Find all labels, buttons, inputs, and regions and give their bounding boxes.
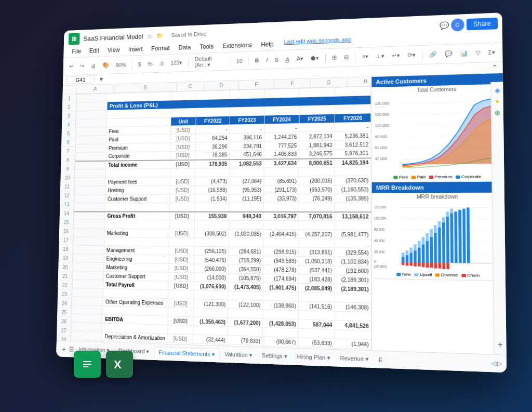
label-marketing[interactable]: Marketing bbox=[104, 228, 169, 237]
cell[interactable] bbox=[72, 313, 103, 323]
currency-button[interactable]: $ bbox=[136, 60, 143, 68]
cell[interactable]: [USD] bbox=[168, 298, 193, 308]
zoom-selector[interactable]: 90% bbox=[113, 60, 129, 69]
cell[interactable] bbox=[103, 288, 168, 298]
cell[interactable] bbox=[76, 135, 107, 144]
cell[interactable] bbox=[264, 88, 299, 98]
decimal-button[interactable]: .0 bbox=[157, 59, 166, 68]
cell[interactable] bbox=[73, 254, 104, 262]
font-selector[interactable]: Default (Ari...▾ bbox=[192, 54, 227, 69]
cell[interactable] bbox=[76, 127, 107, 136]
cell[interactable] bbox=[299, 203, 335, 211]
cell[interactable] bbox=[74, 220, 105, 229]
cell[interactable]: (2,189,301) bbox=[335, 284, 371, 294]
cell[interactable]: (192,600) bbox=[335, 265, 371, 275]
tab-nav-left[interactable]: ◁ bbox=[491, 360, 496, 367]
cell[interactable]: 3,246,575 bbox=[299, 149, 335, 158]
text-color-button[interactable]: A▾ bbox=[294, 54, 306, 63]
cell[interactable]: (2,189,301) bbox=[335, 275, 371, 285]
cell[interactable]: 14,825,194 bbox=[335, 157, 371, 167]
cell[interactable]: (138,960) bbox=[263, 300, 298, 310]
merge-button[interactable]: ⊟ bbox=[341, 52, 351, 61]
cell[interactable]: (718,299) bbox=[229, 255, 263, 264]
cell[interactable] bbox=[73, 245, 104, 254]
cell[interactable] bbox=[335, 220, 371, 230]
cell[interactable] bbox=[263, 327, 299, 337]
cell[interactable] bbox=[299, 238, 335, 248]
chat-icon[interactable]: 💬 bbox=[440, 21, 449, 30]
cell[interactable] bbox=[75, 143, 107, 152]
cell[interactable]: (308,502) bbox=[194, 229, 229, 237]
col-fy2026-header[interactable]: FY2026 bbox=[335, 113, 371, 122]
cell[interactable]: (370,630) bbox=[335, 176, 371, 185]
cell[interactable]: (33,973) bbox=[263, 194, 299, 203]
cell[interactable]: [USD] bbox=[169, 246, 194, 255]
cell[interactable] bbox=[335, 293, 371, 302]
cell[interactable]: [USD] bbox=[170, 125, 196, 134]
last-edit-link[interactable]: Last edit was seconds ago bbox=[284, 36, 351, 48]
filter-button[interactable]: ▽ bbox=[473, 48, 483, 57]
cell[interactable] bbox=[73, 262, 104, 271]
underline-button[interactable]: A bbox=[283, 55, 292, 63]
paint-format-button[interactable]: 🎨 bbox=[100, 61, 112, 70]
cell[interactable]: (256,125) bbox=[194, 246, 229, 256]
cell[interactable] bbox=[107, 109, 171, 118]
link-button[interactable]: 🔗 bbox=[427, 49, 440, 59]
cell[interactable] bbox=[105, 220, 169, 229]
cell[interactable] bbox=[104, 237, 169, 246]
cell[interactable]: (122,100) bbox=[228, 300, 263, 310]
cell[interactable] bbox=[75, 161, 106, 169]
tab-e[interactable]: E bbox=[374, 354, 387, 365]
cell[interactable]: 1,881,942 bbox=[299, 140, 335, 150]
cell[interactable] bbox=[195, 168, 230, 177]
cell[interactable]: - bbox=[196, 125, 230, 134]
cell[interactable]: (949,589) bbox=[263, 256, 299, 265]
cell[interactable]: 8,000,651 bbox=[299, 158, 335, 167]
right-icon-2[interactable]: ✦ bbox=[494, 97, 500, 105]
cell[interactable]: [USD] bbox=[168, 316, 194, 325]
cell[interactable] bbox=[74, 186, 105, 194]
cell[interactable] bbox=[106, 168, 170, 177]
cell[interactable] bbox=[299, 87, 335, 97]
cell[interactable] bbox=[196, 90, 230, 99]
cell[interactable]: (364,550) bbox=[228, 264, 263, 273]
cell[interactable] bbox=[298, 310, 335, 320]
cell[interactable]: - bbox=[264, 123, 299, 132]
label-marketing-2[interactable]: Marketing bbox=[104, 262, 169, 272]
cell[interactable]: (1,944) bbox=[335, 338, 371, 349]
cell[interactable]: (1,350,463) bbox=[193, 316, 228, 326]
tab-settings[interactable]: Settings ▾ bbox=[258, 350, 291, 362]
strikethrough-button[interactable]: S bbox=[272, 55, 281, 63]
cell[interactable]: (478,278) bbox=[263, 264, 298, 274]
wrap-button[interactable]: ↵▾ bbox=[390, 51, 403, 60]
label-gross-profit[interactable]: Gross Profit bbox=[105, 211, 169, 220]
fill-color-button[interactable]: ⬟▾ bbox=[308, 54, 322, 63]
cell[interactable] bbox=[171, 91, 196, 100]
cell[interactable]: 777,525 bbox=[264, 141, 299, 150]
cell[interactable]: (105,875) bbox=[228, 273, 263, 282]
cell[interactable] bbox=[74, 211, 105, 219]
cell[interactable]: 5,236,381 bbox=[335, 131, 371, 140]
cell[interactable] bbox=[264, 105, 299, 115]
cell[interactable]: (135,399) bbox=[335, 193, 371, 202]
cell[interactable]: - bbox=[335, 122, 371, 131]
redo-button[interactable]: ↪ bbox=[77, 61, 86, 70]
cell[interactable]: (79,833) bbox=[228, 335, 263, 345]
cell[interactable]: (1,473,405) bbox=[228, 282, 263, 291]
cell[interactable]: (1,934) bbox=[195, 194, 229, 203]
label-customer-support-2[interactable]: Customer Support bbox=[104, 271, 169, 281]
cell[interactable] bbox=[169, 237, 194, 246]
menu-extensions[interactable]: Extensions bbox=[219, 39, 256, 51]
cell[interactable]: (653,570) bbox=[299, 184, 335, 193]
cell[interactable] bbox=[72, 288, 104, 297]
label-total-income[interactable]: Total income bbox=[106, 160, 170, 169]
menu-help[interactable]: Help bbox=[257, 39, 278, 50]
cell[interactable]: [USD] bbox=[169, 229, 194, 237]
italic-button[interactable]: I bbox=[263, 56, 270, 64]
label-corporate[interactable]: Corporate bbox=[106, 151, 170, 161]
cell[interactable]: 13,158,612 bbox=[335, 211, 371, 220]
share-button[interactable]: Share bbox=[467, 17, 498, 30]
cell[interactable] bbox=[168, 289, 193, 299]
label-customer-support[interactable]: Customer Support bbox=[105, 194, 170, 203]
cell[interactable] bbox=[76, 118, 107, 127]
